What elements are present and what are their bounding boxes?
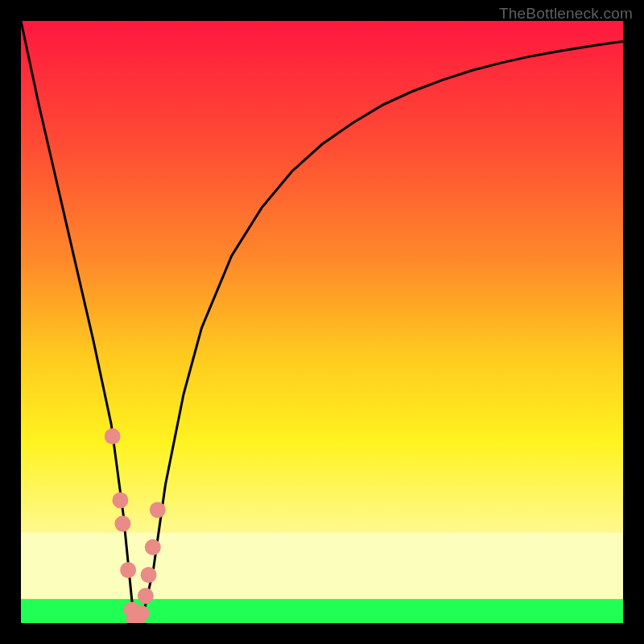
marker-point xyxy=(112,492,128,508)
bottleneck-chart xyxy=(0,0,644,644)
marker-point xyxy=(150,502,166,518)
marker-point xyxy=(138,588,154,604)
chart-container: TheBottleneck.com xyxy=(0,0,644,644)
band-green-bottom xyxy=(21,599,623,623)
marker-point xyxy=(114,516,130,532)
marker-point xyxy=(120,562,136,578)
marker-point xyxy=(105,428,121,444)
glow-band xyxy=(21,533,623,599)
marker-point xyxy=(141,567,157,583)
attribution-text: TheBottleneck.com xyxy=(499,5,633,23)
marker-point xyxy=(145,539,161,555)
marker-point xyxy=(134,605,150,621)
